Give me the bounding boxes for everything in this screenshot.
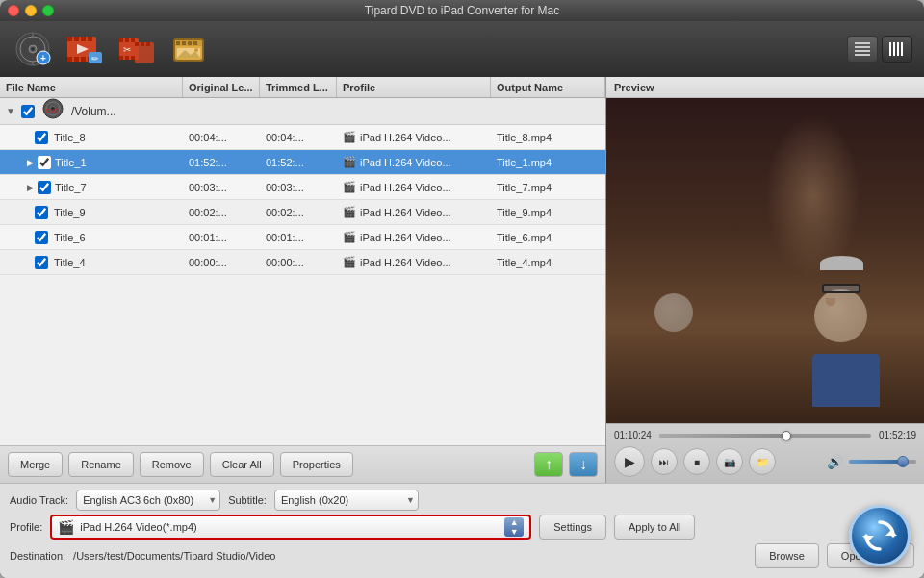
table-body-wrapper: ▼ DVD /Volum...: [0, 98, 605, 445]
svg-rect-36: [182, 41, 186, 45]
move-down-button[interactable]: ↓: [569, 452, 598, 477]
table-scroll-area[interactable]: ▼ DVD /Volum...: [0, 98, 605, 445]
list-view-button[interactable]: [847, 36, 878, 63]
seek-bar[interactable]: [659, 434, 871, 438]
col-header-filename: File Name: [0, 77, 183, 97]
table-row[interactable]: ▶ Title_1 01:52:... 01:52:... 🎬 iPad H.2…: [0, 150, 605, 175]
merge-clips-button[interactable]: ✂: [116, 28, 158, 70]
merge-button[interactable]: Merge: [8, 452, 63, 477]
fast-forward-button[interactable]: ⏭: [651, 448, 678, 475]
audio-track-select[interactable]: English AC3 6ch (0x80): [76, 490, 220, 511]
dvd-disc-icon: DVD: [42, 98, 64, 124]
svg-marker-55: [886, 530, 897, 536]
edit-video-button[interactable]: ✏: [64, 28, 106, 70]
play-icon-2[interactable]: ▶: [27, 183, 34, 192]
profile-dropdown-button[interactable]: ▲▼: [504, 517, 524, 537]
maximize-button[interactable]: [42, 5, 54, 16]
svg-rect-44: [855, 50, 870, 52]
cell-output-2: Title_7.mp4: [491, 175, 605, 199]
svg-rect-25: [125, 56, 129, 60]
remove-button[interactable]: Remove: [140, 452, 204, 477]
row-checkbox-5[interactable]: [35, 256, 48, 269]
table-row[interactable]: Title_8 00:04:... 00:04:... 🎬 iPad H.264…: [0, 125, 605, 150]
cell-original-2: 00:03:...: [183, 175, 260, 199]
subtitle-select[interactable]: English (0x20): [274, 490, 419, 511]
preview-video: [606, 98, 924, 423]
cell-filename: Title_8: [0, 125, 183, 149]
snapshot-ctrl-button[interactable]: 📷: [716, 448, 743, 475]
profile-icon-1: 🎬: [343, 156, 356, 168]
cell-profile-0: 🎬 iPad H.264 Video...: [337, 125, 491, 149]
subtitle-select-wrapper[interactable]: English (0x20) ▼: [274, 490, 419, 511]
dvd-parent-row[interactable]: ▼ DVD /Volum...: [0, 98, 605, 125]
svg-rect-35: [176, 41, 180, 45]
play-button[interactable]: ▶: [614, 446, 645, 477]
svg-point-41: [194, 48, 198, 52]
svg-rect-9: [67, 37, 72, 41]
cell-trimmed-0: 00:04:...: [260, 125, 337, 149]
svg-rect-28: [135, 42, 139, 46]
snapshot-button[interactable]: [167, 28, 210, 70]
volume-fill: [849, 460, 903, 464]
profile-row: Profile: 🎬 iPad H.264 Video(*.mp4) ▲▼ Se…: [10, 515, 914, 540]
filename-label: Title_1: [55, 157, 87, 168]
volume-thumb[interactable]: [897, 456, 909, 467]
profile-selector[interactable]: 🎬 iPad H.264 Video(*.mp4) ▲▼: [50, 515, 531, 540]
seek-thumb[interactable]: [782, 431, 791, 440]
action-bar: Merge Rename Remove Clear All Properties…: [0, 445, 605, 483]
row-checkbox-3[interactable]: [35, 206, 48, 219]
minimize-button[interactable]: [25, 5, 37, 16]
cell-profile-5: 🎬 iPad H.264 Video...: [337, 250, 491, 274]
svg-text:✏: ✏: [91, 54, 99, 63]
detail-view-button[interactable]: [882, 36, 912, 63]
filename-label: Title_7: [55, 182, 87, 193]
table-row[interactable]: Title_6 00:01:... 00:01:... 🎬 iPad H.264…: [0, 225, 605, 250]
settings-button[interactable]: Settings: [539, 515, 606, 540]
svg-marker-56: [862, 536, 874, 541]
cell-filename: Title_9: [0, 200, 183, 224]
view-toggle: [847, 36, 912, 63]
apply-to-all-button[interactable]: Apply to All: [614, 515, 695, 540]
row-checkbox-1[interactable]: [38, 156, 51, 169]
profile-icon-0: 🎬: [343, 131, 356, 143]
dvd-label: /Volum...: [71, 105, 116, 118]
svg-rect-23: [131, 38, 135, 42]
toolbar: + ✏: [0, 21, 924, 77]
table-row[interactable]: Title_9 00:02:... 00:02:... 🎬 iPad H.264…: [0, 200, 605, 225]
play-icon-1[interactable]: ▶: [27, 158, 34, 167]
table-row[interactable]: ▶ Title_7 00:03:... 00:03:... 🎬 iPad H.2…: [0, 175, 605, 200]
svg-rect-42: [855, 42, 870, 44]
expand-arrow[interactable]: ▼: [6, 106, 15, 116]
svg-rect-38: [193, 41, 197, 45]
svg-rect-26: [131, 56, 135, 60]
move-up-button[interactable]: ↑: [534, 452, 563, 477]
time-row: 01:10:24 01:52:19: [614, 430, 916, 440]
close-button[interactable]: [8, 5, 19, 16]
cell-original-0: 00:04:...: [183, 125, 260, 149]
row-checkbox-0[interactable]: [35, 131, 48, 144]
svg-rect-24: [119, 56, 123, 60]
add-dvd-button[interactable]: +: [12, 28, 54, 70]
profile-icon-3: 🎬: [343, 206, 356, 218]
browse-button[interactable]: Browse: [755, 543, 819, 568]
col-header-profile: Profile: [337, 77, 491, 97]
properties-button[interactable]: Properties: [280, 452, 353, 477]
cell-trimmed-4: 00:01:...: [260, 225, 337, 249]
open-folder-ctrl-button[interactable]: 📁: [749, 448, 776, 475]
cell-output-3: Title_9.mp4: [491, 200, 605, 224]
row-checkbox-2[interactable]: [38, 181, 51, 194]
svg-rect-12: [88, 37, 92, 41]
audio-track-select-wrapper[interactable]: English AC3 6ch (0x80) ▼: [76, 490, 220, 511]
table-row[interactable]: Title_4 00:00:... 00:00:... 🎬 iPad H.264…: [0, 250, 605, 275]
row-checkbox-4[interactable]: [35, 231, 48, 244]
volume-bar[interactable]: [849, 460, 916, 464]
svg-rect-13: [67, 57, 72, 62]
stop-button[interactable]: ■: [683, 448, 710, 475]
cell-output-1: Title_1.mp4: [491, 150, 605, 174]
clear-all-button[interactable]: Clear All: [210, 452, 274, 477]
dvd-checkbox[interactable]: [21, 105, 35, 118]
convert-button[interactable]: [849, 505, 911, 566]
cell-original-4: 00:01:...: [183, 225, 260, 249]
rename-button[interactable]: Rename: [68, 452, 134, 477]
svg-rect-48: [897, 42, 899, 56]
